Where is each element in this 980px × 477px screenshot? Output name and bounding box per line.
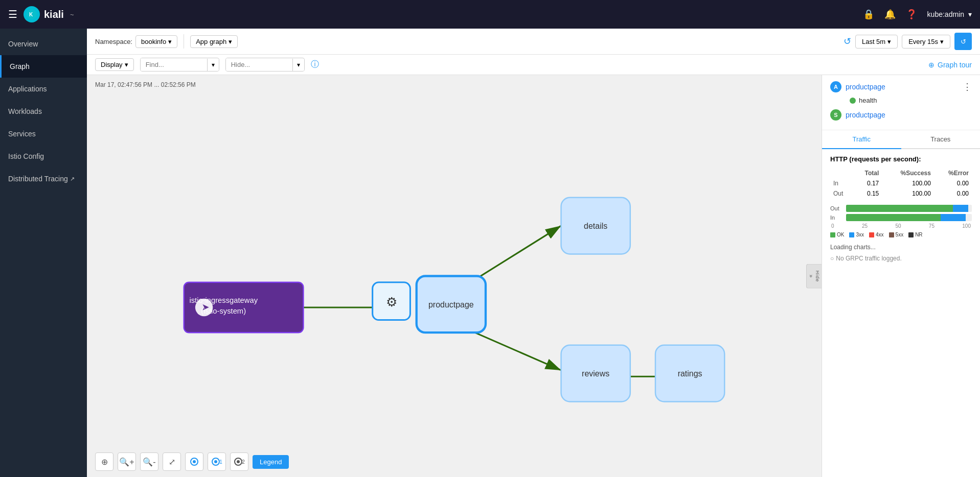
help-icon[interactable]: ❓ — [906, 9, 917, 20]
health-label: health — [859, 97, 877, 104]
sidebar-item-overview[interactable]: Overview — [0, 33, 87, 55]
find-dropdown-icon[interactable]: ▾ — [207, 59, 219, 71]
zoom-out-button[interactable]: 🔍- — [140, 452, 158, 471]
table-row-in: In 0.17 100.00 0.00 — [830, 178, 972, 188]
out-bar-ok — [846, 205, 953, 212]
legend-3xx: 3xx — [849, 232, 864, 237]
graph-tour-label: Graph tour — [938, 61, 972, 69]
svg-point-27 — [237, 460, 240, 463]
legend-button[interactable]: Legend — [253, 455, 289, 469]
row-in-success: 100.00 — [882, 178, 934, 188]
refresh-interval-value: Every 15s — [908, 38, 938, 45]
graph-tour-button[interactable]: ⊕ Graph tour — [928, 61, 972, 69]
col-total: Total — [853, 168, 882, 178]
time-range-dropdown[interactable]: Last 5m ▾ — [855, 35, 898, 49]
sidebar-item-services[interactable]: Services — [0, 123, 87, 145]
graph-type-node[interactable] — [185, 452, 203, 471]
graph-type-dropdown[interactable]: App graph ▾ — [190, 35, 238, 48]
rp-header: A productpage ⋮ health S productpage — [822, 75, 980, 130]
rp-service-node-row: S productpage — [830, 109, 972, 121]
legend-nr-label: NR — [915, 232, 922, 237]
sidebar-item-distributed-tracing[interactable]: Distributed Tracing ↗ — [0, 168, 87, 190]
chart-out-row: Out — [830, 205, 972, 212]
hide-panel-button[interactable]: Hide » — [806, 264, 822, 289]
row-in-total: 0.17 — [853, 178, 882, 188]
right-panel: A productpage ⋮ health S productpage Tra… — [822, 75, 980, 477]
col-error: %Error — [934, 168, 972, 178]
legend-nr: NR — [908, 232, 922, 237]
chevron-right-icon: » — [808, 275, 814, 278]
kiali-brand-text: kiali — [44, 9, 64, 20]
user-menu[interactable]: kube:admin ▾ — [927, 10, 972, 18]
in-label: In — [830, 214, 843, 221]
hide-dropdown-icon[interactable]: ▾ — [292, 59, 304, 71]
sidebar: Overview Graph Applications Workloads Se… — [0, 29, 87, 477]
app-node-name[interactable]: productpage — [846, 83, 959, 91]
in-bar-track — [846, 214, 972, 221]
svg-text:K: K — [29, 12, 33, 17]
svg-point-23 — [193, 460, 196, 463]
service-node-name[interactable]: productpage — [846, 111, 972, 119]
axis-0: 0 — [831, 223, 834, 229]
row-out-success: 100.00 — [882, 188, 934, 199]
namespace-selector: Namespace: bookinfo ▾ — [95, 35, 177, 48]
svg-text:⚙: ⚙ — [386, 295, 397, 309]
graph-bottom-toolbar: ⊕ 🔍+ 🔍- ⤢ 1 2 Legend — [95, 452, 289, 471]
display-label: Display — [101, 61, 123, 68]
bell-icon[interactable]: 🔔 — [884, 9, 896, 20]
nav-loading-indicator: ~ — [70, 11, 74, 18]
row-out-error: 0.00 — [934, 188, 972, 199]
table-row-out: Out 0.15 100.00 0.00 — [830, 188, 972, 199]
service-badge: S — [830, 109, 841, 121]
health-badge: health — [846, 96, 972, 105]
zoom-fit-button[interactable]: ⊕ — [95, 452, 113, 471]
axis-100: 100 — [962, 223, 971, 229]
graph-canvas[interactable]: Mar 17, 02:47:56 PM ... 02:52:56 PM — [87, 75, 822, 477]
info-icon[interactable]: ⓘ — [311, 59, 319, 70]
axis-50: 50 — [895, 223, 901, 229]
col-success: %Success — [882, 168, 934, 178]
app-badge: A — [830, 81, 841, 92]
primary-toolbar: Namespace: bookinfo ▾ App graph ▾ ↺ Last… — [87, 29, 980, 55]
sidebar-item-applications[interactable]: Applications — [0, 78, 87, 100]
out-bar-3xx — [953, 205, 968, 212]
tab-traffic[interactable]: Traffic — [822, 130, 901, 149]
namespace-label: Namespace: — [95, 38, 132, 45]
time-refresh-icon: ↺ — [844, 36, 851, 47]
svg-text:details: details — [584, 222, 607, 230]
svg-text:istio-ingressgateway: istio-ingressgateway — [189, 296, 258, 304]
chart-in-row: In — [830, 214, 972, 221]
svg-text:reviews: reviews — [582, 369, 609, 378]
time-range-value: Last 5m — [862, 38, 885, 45]
sidebar-item-workloads[interactable]: Workloads — [0, 100, 87, 123]
http-section-title: HTTP (requests per second): — [830, 155, 972, 163]
toolbar-divider — [184, 34, 184, 49]
out-label: Out — [830, 205, 843, 211]
sidebar-item-istio-config[interactable]: Istio Config — [0, 145, 87, 168]
zoom-in-button[interactable]: 🔍+ — [118, 452, 136, 471]
refresh-interval-dropdown[interactable]: Every 15s ▾ — [902, 35, 950, 49]
navbar-icons: 🔒 🔔 ❓ kube:admin ▾ — [863, 9, 972, 20]
rp-more-button[interactable]: ⋮ — [963, 81, 972, 92]
sidebar-item-graph[interactable]: Graph — [0, 55, 87, 78]
legend-ok: OK — [830, 232, 844, 237]
layout-button[interactable]: ⤢ — [163, 452, 181, 471]
lock-icon[interactable]: 🔒 — [863, 9, 874, 20]
hide-input-container: ▾ — [225, 58, 305, 71]
hide-input[interactable] — [226, 58, 292, 71]
graph-type-2[interactable]: 2 — [230, 452, 248, 471]
hamburger-icon[interactable]: ☰ — [8, 8, 17, 20]
rp-tabs: Traffic Traces — [822, 130, 980, 149]
graph-type-dropdown-icon: ▾ — [229, 38, 232, 45]
legend-ok-label: OK — [837, 232, 844, 237]
rp-app-node-row: A productpage ⋮ — [830, 81, 972, 92]
find-input[interactable] — [141, 58, 207, 71]
display-dropdown[interactable]: Display ▾ — [95, 58, 134, 71]
tab-traces[interactable]: Traces — [901, 130, 981, 148]
http-table: Total %Success %Error In 0.17 100.00 0.0… — [830, 168, 972, 199]
namespace-dropdown[interactable]: bookinfo ▾ — [135, 35, 177, 48]
graph-type-1[interactable]: 1 — [208, 452, 226, 471]
row-in-error: 0.00 — [934, 178, 972, 188]
refresh-button[interactable]: ↺ — [954, 33, 972, 50]
no-grpc-icon: ○ — [830, 255, 834, 262]
